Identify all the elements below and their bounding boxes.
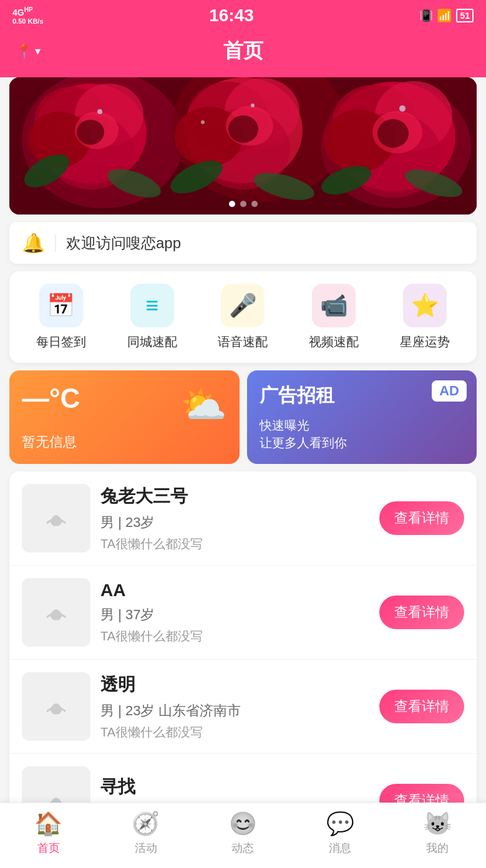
rose-svg [9, 77, 477, 215]
user-list: 兔老大三号 男 | 23岁 TA很懒什么都没写 查看详情 AA 男 | 37岁 [9, 471, 477, 847]
quick-access: 📅 每日签到 ≡ 同城速配 🎤 语音速配 📹 视频速配 ⭐ 星座运势 [9, 271, 477, 363]
view-detail-button[interactable]: 查看详情 [379, 690, 464, 723]
nav-messages-label: 消息 [329, 841, 351, 856]
video-label: 视频速配 [309, 334, 359, 350]
svg-rect-35 [9, 77, 477, 215]
battery-icon: 51 [456, 9, 474, 22]
status-signal-area: 4GHP 0.50 KB/s [12, 6, 44, 25]
dot-2 [240, 201, 246, 207]
nav-home-label: 首页 [37, 841, 60, 856]
user-info: 兔老大三号 男 | 23岁 TA很懒什么都没写 [100, 485, 369, 552]
banner-dots [229, 201, 258, 207]
bottom-nav: 🏠 首页 🧭 活动 😊 动态 💬 消息 😺 我的 [0, 803, 486, 868]
divider [55, 234, 56, 252]
status-bar: 4GHP 0.50 KB/s 16:43 📳 📶 51 [0, 0, 486, 31]
moments-icon: 😊 [229, 811, 257, 837]
speed-text: 0.50 KB/s [12, 17, 44, 25]
horoscope-icon: ⭐ [403, 284, 447, 327]
activity-icon: 🧭 [132, 811, 160, 837]
dot-3 [251, 201, 258, 207]
table-row: 兔老大三号 男 | 23岁 TA很懒什么都没写 查看详情 [9, 471, 477, 566]
nav-moments-label: 动态 [231, 841, 254, 856]
nav-activity[interactable]: 🧭 活动 [132, 811, 160, 856]
ad-subtitle: 快速曝光 让更多人看到你 [260, 417, 465, 451]
nearby-label: 同城速配 [127, 334, 177, 350]
horoscope-label: 星座运势 [400, 334, 450, 350]
user-meta: 男 | 23岁 [100, 513, 369, 532]
bell-icon: 🔔 [22, 232, 45, 254]
page-title: 首页 [223, 37, 263, 65]
user-meta: 男 | 37岁 [100, 605, 369, 624]
status-icons: 📳 📶 51 [419, 8, 474, 23]
nearby-icon: ≡ [130, 284, 174, 327]
dot-1 [229, 201, 235, 207]
nav-home[interactable]: 🏠 首页 [34, 811, 62, 856]
user-info: AA 男 | 37岁 TA很懒什么都没写 [100, 581, 369, 645]
qa-nearby[interactable]: ≡ 同城速配 [127, 284, 177, 350]
ad-badge: AD [432, 380, 467, 402]
dropdown-icon: ▾ [35, 44, 41, 58]
user-meta: 男 | 23岁 山东省济南市 [100, 702, 369, 720]
cards-row: ⛅ —°C 暂无信息 AD 广告招租 快速曝光 让更多人看到你 [9, 370, 477, 464]
user-name: 透明 [100, 673, 369, 697]
notification-text: 欢迎访问嗖恋app [66, 233, 181, 253]
notification-bar: 🔔 欢迎访问嗖恋app [9, 222, 477, 264]
nav-activity-label: 活动 [135, 841, 157, 856]
checkin-label: 每日签到 [36, 334, 86, 350]
nav-moments[interactable]: 😊 动态 [229, 811, 257, 856]
video-icon: 📹 [312, 284, 356, 327]
view-detail-button[interactable]: 查看详情 [379, 501, 464, 535]
weather-status: 暂无信息 [22, 433, 227, 451]
user-desc: TA很懒什么都没写 [100, 724, 369, 741]
user-name: AA [100, 581, 369, 600]
home-icon: 🏠 [34, 811, 62, 837]
weather-card[interactable]: ⛅ —°C 暂无信息 [9, 370, 240, 464]
ad-card[interactable]: AD 广告招租 快速曝光 让更多人看到你 [247, 370, 477, 464]
weather-icon: ⛅ [180, 383, 227, 427]
avatar [22, 484, 90, 552]
status-time: 16:43 [209, 6, 254, 26]
table-row: 透明 男 | 23岁 山东省济南市 TA很懒什么都没写 查看详情 [9, 660, 477, 754]
table-row: AA 男 | 37岁 TA很懒什么都没写 查看详情 [9, 566, 477, 660]
view-detail-button[interactable]: 查看详情 [379, 596, 464, 629]
qa-voice[interactable]: 🎤 语音速配 [218, 284, 268, 350]
user-desc: TA很懒什么都没写 [100, 628, 369, 645]
voice-label: 语音速配 [218, 334, 268, 350]
user-name: 寻找 [100, 775, 369, 799]
banner-image [9, 77, 477, 215]
signal-text: 4GHP [12, 6, 33, 17]
user-info: 透明 男 | 23岁 山东省济南市 TA很懒什么都没写 [100, 673, 369, 741]
qa-checkin[interactable]: 📅 每日签到 [36, 284, 86, 350]
voice-icon: 🎤 [221, 284, 265, 327]
user-desc: TA很懒什么都没写 [100, 536, 369, 552]
profile-icon: 😺 [424, 811, 452, 837]
header: 📍 ▾ 首页 [0, 31, 486, 77]
avatar [22, 672, 90, 741]
vibrate-icon: 📳 [419, 9, 433, 22]
qa-video[interactable]: 📹 视频速配 [309, 284, 359, 350]
nav-profile-label: 我的 [426, 841, 449, 856]
nav-profile[interactable]: 😺 我的 [424, 811, 452, 856]
nav-messages[interactable]: 💬 消息 [326, 811, 354, 856]
wifi-icon: 📶 [437, 8, 452, 23]
qa-horoscope[interactable]: ⭐ 星座运势 [400, 284, 450, 350]
user-name: 兔老大三号 [100, 485, 369, 508]
location-icon: 📍 [16, 43, 32, 59]
banner[interactable] [9, 77, 477, 215]
messages-icon: 💬 [326, 811, 354, 837]
location-area[interactable]: 📍 ▾ [16, 43, 41, 59]
avatar [22, 578, 90, 647]
checkin-icon: 📅 [39, 284, 83, 327]
